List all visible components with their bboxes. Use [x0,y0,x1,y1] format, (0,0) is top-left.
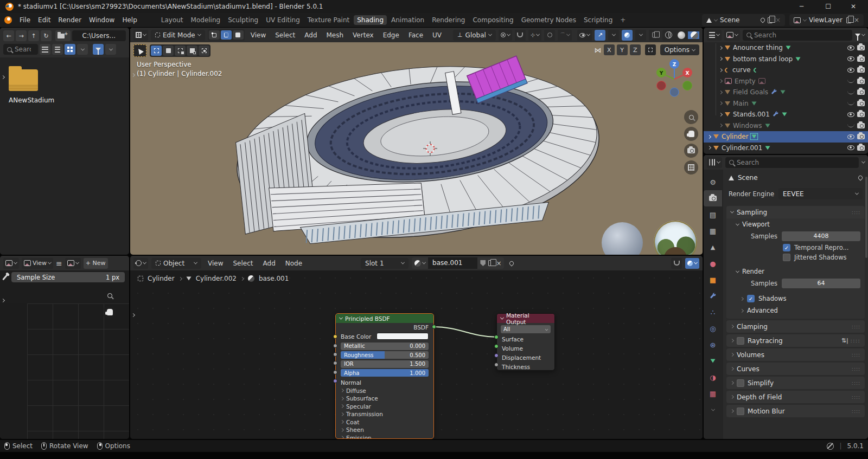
viewport-menu-uv[interactable]: UV [429,30,445,40]
expand-icon[interactable] [707,135,711,139]
shader-menu-add[interactable]: Add [260,258,279,268]
tab-geometry-nodes[interactable]: Geometry Nodes [518,15,579,25]
shader-overlays-button[interactable] [685,258,699,269]
close-button[interactable]: ✕ [844,3,863,10]
properties-editor-type-icon[interactable] [707,157,722,168]
render-camera-icon[interactable] [857,67,865,73]
alpha-slider[interactable]: Alpha1.000 [341,369,429,377]
tab-object-data[interactable] [704,353,722,369]
socket-alpha[interactable] [333,370,337,374]
render-camera-icon[interactable] [857,79,865,84]
depth-of-field-panel-header[interactable]: Depth of Field:::: [726,391,865,403]
display-thumbnails-button[interactable] [65,44,75,55]
select-mode-subtract-button[interactable] [175,46,186,56]
tab-constraints[interactable]: ⊛ [704,337,722,353]
tab-compositing[interactable]: Compositing [469,15,516,25]
socket-base-color[interactable] [333,334,337,339]
metallic-slider[interactable]: Metallic0.000 [341,342,429,350]
tab-scripting[interactable]: Scripting [580,15,616,25]
snap-toggle-button[interactable] [515,30,526,41]
menu-edit[interactable]: Edit [35,15,54,25]
sample-size-slider[interactable]: Sample Size1 px [11,272,125,282]
tab-physics[interactable]: ◎ [704,320,722,337]
tab-output[interactable]: ▤ [704,206,722,223]
tab-rendering[interactable]: Rendering [429,15,468,25]
forward-button[interactable]: → [16,30,27,41]
outliner-row[interactable]: Main [704,98,868,109]
advanced-subpanel-header[interactable]: Advanced [731,302,860,314]
filter-dropdown[interactable] [105,44,116,55]
shader-menu-node[interactable]: Node [282,258,305,268]
material-slot-dropdown[interactable]: Slot 1 [361,258,409,269]
create-directory-button[interactable]: + [55,30,71,41]
gizmo-dropdown[interactable] [608,30,619,41]
editor-type-shader-icon[interactable] [133,258,148,269]
shader-snap-button[interactable] [671,258,682,269]
display-mode-dropdown[interactable] [77,44,88,55]
viewport-zoom-button[interactable] [684,110,698,124]
roughness-slider[interactable]: Roughness0.500 [341,351,429,359]
sampling-panel-header[interactable]: Sampling:::: [726,206,865,218]
viewport-subpanel-header[interactable]: Viewport [731,219,860,230]
editor-type-3d-icon[interactable] [133,30,148,41]
show-object-types-dropdown[interactable] [577,30,592,41]
folder-item[interactable]: ANewStadium [9,69,43,104]
refresh-button[interactable]: ↻ [41,30,52,41]
render-camera-icon[interactable] [857,145,865,151]
new-image-button[interactable]: + New [84,258,108,269]
tab-texture-paint[interactable]: Texture Paint [304,15,353,25]
material-icon[interactable] [414,260,421,267]
snap-individual-icon[interactable] [645,44,656,55]
raytracing-checkbox[interactable] [737,337,744,345]
visibility-eye-icon[interactable] [847,134,854,139]
image-view-menu[interactable]: View [22,258,53,269]
simplify-checkbox[interactable] [737,379,744,387]
breadcrumb-material[interactable]: base.001 [259,275,289,282]
socket-displacement[interactable] [494,353,499,358]
viewport-menu-select[interactable]: Select [272,30,298,40]
visibility-eye-icon[interactable] [847,145,854,150]
up-button[interactable]: ↑ [28,30,39,41]
unlink-material-icon[interactable]: × [496,260,501,267]
render-samples-field[interactable]: 64 [782,279,860,288]
image-browse-dropdown[interactable] [65,258,81,269]
tab-view-layer[interactable]: ▦ [704,223,722,239]
eyedropper-tool-icon[interactable] [2,274,8,281]
mirror-z-button[interactable]: Z [630,44,641,55]
new-viewlayer-icon[interactable] [846,17,851,23]
viewport-menu-view[interactable]: View [247,30,269,40]
output-target-dropdown[interactable]: All [501,325,551,333]
expand-icon[interactable] [719,101,723,105]
outliner-row[interactable]: Field Goals [704,87,868,98]
base-color-swatch[interactable] [376,333,429,340]
tab-column-overflow[interactable] [704,402,722,418]
face-select-mode-button[interactable] [233,30,244,40]
options-dropdown[interactable]: Options [660,44,699,55]
socket-metallic[interactable] [333,344,337,348]
render-camera-icon[interactable] [857,45,865,50]
expand-icon[interactable] [719,46,723,50]
transform-orientation-dropdown[interactable]: ⊥Global [453,30,496,41]
shader-menu-view[interactable]: View [205,258,226,268]
viewport-samples-field[interactable]: 4408 [782,231,860,241]
curves-panel-header[interactable]: Curves:::: [726,363,865,375]
outliner-row[interactable]: Windows [704,120,868,132]
show-overlays-button[interactable] [622,30,633,41]
render-camera-icon[interactable] [857,123,865,128]
section-specular[interactable]: Specular [336,403,433,411]
shadows-subpanel-header[interactable]: ✓ Shadows [731,289,860,302]
mode-dropdown[interactable]: Edit Mode [151,30,205,41]
select-mode-invert-button[interactable] [187,46,197,56]
outliner-row-selected[interactable]: Cylinder [704,131,868,143]
viewport-menu-face[interactable]: Face [405,30,426,40]
tab-material[interactable]: ◑ [704,369,722,385]
viewport-menu-vertex[interactable]: Vertex [349,30,377,40]
properties-options-dropdown[interactable] [861,160,865,164]
outliner-row[interactable]: curve [704,64,868,76]
visibility-eye-icon[interactable] [847,46,854,50]
pin-material-icon[interactable] [509,260,515,266]
file-search-input[interactable]: Search [3,44,38,55]
temporal-reprojection-checkbox[interactable]: ✓ [783,244,790,251]
outliner-row[interactable]: Stands.001 [704,109,868,120]
viewlayer-selector[interactable]: ViewLayer × [789,14,864,26]
